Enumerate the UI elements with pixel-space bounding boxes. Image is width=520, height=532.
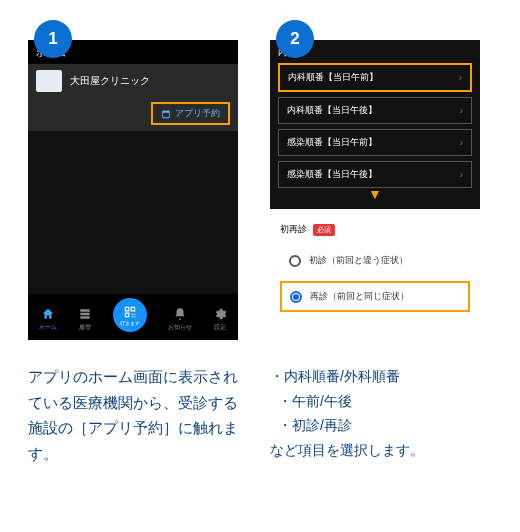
gear-icon bbox=[213, 307, 227, 321]
clinic-name: 大田屋クリニック bbox=[70, 74, 230, 88]
chevron-right-icon: › bbox=[459, 72, 462, 83]
slot-option[interactable]: 感染順番【当日午前】 › bbox=[278, 129, 472, 156]
calendar-icon bbox=[161, 109, 171, 119]
radio-icon bbox=[289, 255, 301, 267]
slot-label: 感染順番【当日午後】 bbox=[287, 168, 377, 181]
nav-home-label: ホーム bbox=[39, 323, 57, 332]
step-badge-1: 1 bbox=[34, 20, 72, 58]
nav-history-label: 履歴 bbox=[79, 323, 91, 332]
chevron-right-icon: › bbox=[460, 169, 463, 180]
radio-option-first[interactable]: 初診（前回と違う症状） bbox=[280, 246, 470, 275]
slot-option[interactable]: 内科順番【当日午前】 › bbox=[278, 63, 472, 92]
down-triangle-icon: ▼ bbox=[278, 189, 472, 199]
clinic-logo bbox=[36, 70, 62, 92]
qr-icon bbox=[123, 305, 137, 319]
step2-caption: ・内科順番/外科順番 ・午前/午後 ・初診/再診 など項目を選択します。 bbox=[270, 364, 424, 462]
required-badge: 必須 bbox=[313, 224, 335, 236]
slot-option[interactable]: 感染順番【当日午後】 › bbox=[278, 161, 472, 188]
chevron-right-icon: › bbox=[460, 137, 463, 148]
slot-label: 内科順番【当日午後】 bbox=[287, 104, 377, 117]
nav-settings-label: 設定 bbox=[214, 323, 226, 332]
phone-mock-1: ホーム 大田屋クリニック アプリ予約 ホーム 履歴 行きます bbox=[28, 40, 238, 340]
nav-notice[interactable]: お知らせ bbox=[168, 307, 192, 332]
caption-line: ・初診/再診 bbox=[270, 413, 424, 438]
caption-line: など項目を選択します。 bbox=[270, 438, 424, 463]
history-icon bbox=[78, 307, 92, 321]
clinic-row[interactable]: 大田屋クリニック bbox=[28, 64, 238, 98]
bell-icon bbox=[173, 307, 187, 321]
step1-caption: アプリのホーム画面に表示されている医療機関から、受診する施設の［アプリ予約］に触… bbox=[28, 364, 250, 466]
nav-settings[interactable]: 設定 bbox=[213, 307, 227, 332]
nav-center-qr[interactable]: 行きます bbox=[113, 298, 147, 332]
nav-center-label: 行きます bbox=[120, 320, 140, 326]
step-badge-2: 2 bbox=[276, 20, 314, 58]
nav-notice-label: お知らせ bbox=[168, 323, 192, 332]
bottom-nav: ホーム 履歴 行きます お知らせ 設定 bbox=[28, 294, 238, 340]
section-label: 初再診 bbox=[280, 223, 307, 236]
slot-option[interactable]: 内科順番【当日午後】 › bbox=[278, 97, 472, 124]
phone-mock-2: 内科 内科順番【当日午前】 › 内科順番【当日午後】 › 感染順番【当日午前】 … bbox=[270, 40, 480, 340]
app-reserve-label: アプリ予約 bbox=[175, 107, 220, 120]
radio-label: 再診（前回と同じ症状） bbox=[310, 290, 409, 303]
radio-icon bbox=[290, 291, 302, 303]
home-icon bbox=[41, 307, 55, 321]
slot-label: 内科順番【当日午前】 bbox=[288, 71, 378, 84]
nav-home[interactable]: ホーム bbox=[39, 307, 57, 332]
radio-option-return[interactable]: 再診（前回と同じ症状） bbox=[280, 281, 470, 312]
app-reserve-button[interactable]: アプリ予約 bbox=[151, 102, 230, 125]
chevron-right-icon: › bbox=[460, 105, 463, 116]
caption-line: ・内科順番/外科順番 bbox=[270, 364, 424, 389]
slot-label: 感染順番【当日午前】 bbox=[287, 136, 377, 149]
radio-label: 初診（前回と違う症状） bbox=[309, 254, 408, 267]
caption-line: ・午前/午後 bbox=[270, 389, 424, 414]
nav-history[interactable]: 履歴 bbox=[78, 307, 92, 332]
